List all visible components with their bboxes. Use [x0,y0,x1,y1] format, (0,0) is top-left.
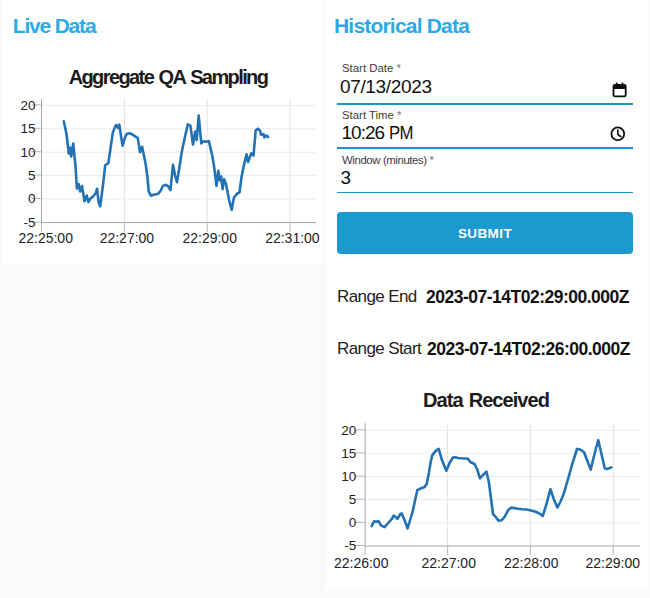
svg-text:-5: -5 [23,215,35,230]
svg-text:20: 20 [20,98,35,113]
svg-text:15: 15 [341,446,356,461]
svg-text:0: 0 [28,191,36,206]
svg-text:Data Received: Data Received [423,389,549,411]
svg-text:0: 0 [349,515,357,530]
svg-text:22:27:00: 22:27:00 [421,555,476,571]
svg-text:10: 10 [341,469,356,484]
svg-text:5: 5 [28,168,36,183]
svg-text:Aggregate QA Sampling: Aggregate QA Sampling [69,66,268,88]
svg-text:22:28:00: 22:28:00 [504,555,559,571]
svg-text:22:25:00: 22:25:00 [18,230,73,246]
svg-text:20: 20 [341,423,356,438]
svg-text:5: 5 [349,492,357,507]
svg-text:-5: -5 [344,538,356,553]
svg-text:22:27:00: 22:27:00 [100,230,155,246]
svg-text:10: 10 [20,145,35,160]
svg-text:22:31:00: 22:31:00 [265,230,320,246]
svg-text:22:29:00: 22:29:00 [182,230,237,246]
svg-text:15: 15 [20,121,35,136]
svg-text:22:29:00: 22:29:00 [586,555,641,571]
svg-text:22:26:00: 22:26:00 [334,555,389,571]
